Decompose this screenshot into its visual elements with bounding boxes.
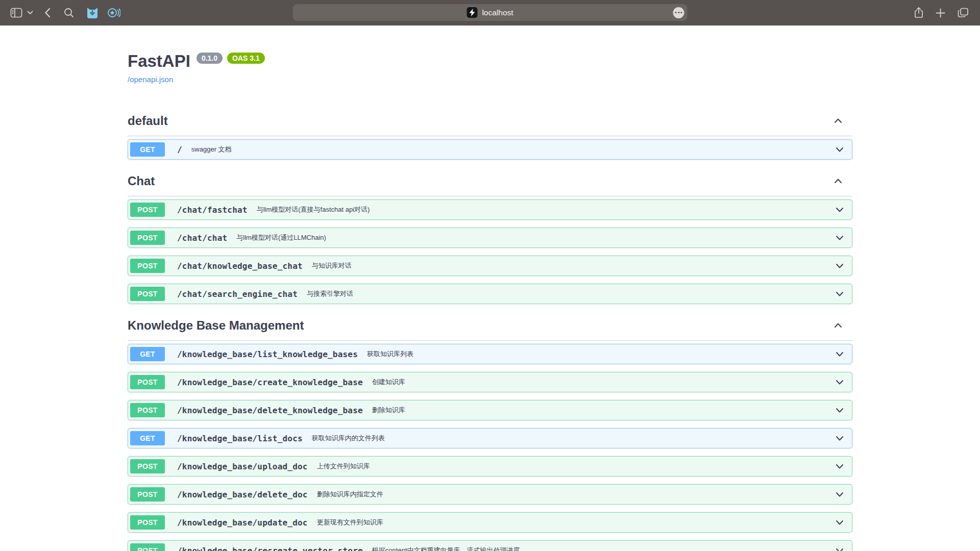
- endpoint-summary: 获取知识库列表: [367, 349, 413, 359]
- url-host: localhost: [482, 8, 513, 17]
- endpoint-path: /knowledge_base/upload_doc: [177, 462, 308, 471]
- method-badge: POST: [130, 459, 165, 473]
- search-icon[interactable]: [64, 8, 74, 18]
- section-header[interactable]: Knowledge Base Management: [128, 318, 852, 341]
- endpoint-summary: 与llm模型对话(通过LLMChain): [236, 233, 326, 242]
- method-badge: POST: [130, 487, 165, 502]
- method-badge: GET: [130, 347, 165, 361]
- expand-endpoint-icon[interactable]: [835, 545, 845, 551]
- endpoint-path: /knowledge_base/delete_doc: [177, 490, 308, 499]
- section-header[interactable]: Chat: [128, 174, 852, 196]
- openapi-spec-link[interactable]: /openapi.json: [128, 75, 173, 84]
- endpoint-row[interactable]: POST/knowledge_base/delete_doc删除知识库内指定文件: [128, 484, 852, 505]
- endpoint-path: /knowledge_base/list_knowledge_bases: [177, 349, 358, 359]
- endpoint-summary: 与知识库对话: [312, 261, 352, 270]
- version-badge: 0.1.0: [197, 53, 223, 64]
- endpoint-row[interactable]: GET/knowledge_base/list_docs获取知识库内的文件列表: [128, 428, 852, 448]
- section-header[interactable]: default: [128, 114, 852, 136]
- endpoint-summary: 与搜索引擎对话: [307, 289, 353, 298]
- method-badge: GET: [130, 142, 165, 157]
- expand-endpoint-icon[interactable]: [835, 489, 845, 499]
- method-badge: POST: [130, 259, 165, 273]
- endpoint-row[interactable]: GET/swagger 文档: [128, 139, 852, 160]
- method-badge: POST: [130, 515, 165, 530]
- method-badge: POST: [130, 287, 165, 301]
- endpoint-path: /chat/fastchat: [177, 205, 248, 215]
- expand-endpoint-icon[interactable]: [835, 377, 845, 387]
- endpoint-row[interactable]: POST/knowledge_base/create_knowledge_bas…: [128, 372, 852, 392]
- expand-endpoint-icon[interactable]: [835, 233, 845, 243]
- section-title: Knowledge Base Management: [128, 318, 304, 333]
- new-tab-icon[interactable]: [936, 8, 945, 18]
- endpoint-row[interactable]: GET/knowledge_base/list_knowledge_bases获…: [128, 344, 852, 364]
- section-title: default: [128, 114, 168, 128]
- sidebar-toggle-icon[interactable]: [10, 8, 22, 18]
- swagger-page: FastAPI 0.1.0 OAS 3.1 /openapi.json defa…: [0, 26, 980, 551]
- endpoint-path: /chat/search_engine_chat: [177, 289, 298, 299]
- endpoint-summary: swagger 文档: [191, 145, 232, 154]
- page-title: FastAPI: [128, 51, 190, 71]
- fastapi-favicon: [467, 7, 477, 18]
- endpoint-path: /chat/knowledge_base_chat: [177, 261, 303, 271]
- endpoint-path: /knowledge_base/create_knowledge_base: [177, 378, 363, 387]
- page-settings-button[interactable]: [673, 7, 684, 18]
- endpoint-summary: 获取知识库内的文件列表: [312, 434, 385, 443]
- endpoint-row[interactable]: POST/knowledge_base/recreate_vector_stor…: [128, 540, 852, 551]
- method-badge: POST: [130, 203, 165, 217]
- endpoint-row[interactable]: POST/chat/search_engine_chat与搜索引擎对话: [128, 284, 852, 304]
- expand-endpoint-icon[interactable]: [835, 261, 845, 271]
- method-badge: POST: [130, 375, 165, 389]
- method-badge: POST: [130, 231, 165, 245]
- api-info: FastAPI 0.1.0 OAS 3.1 /openapi.json: [128, 26, 852, 84]
- expand-endpoint-icon[interactable]: [835, 205, 845, 215]
- back-icon[interactable]: [44, 8, 51, 18]
- api-section: defaultGET/swagger 文档: [128, 114, 852, 160]
- collapse-section-icon[interactable]: [833, 176, 843, 186]
- oas-badge: OAS 3.1: [227, 53, 265, 64]
- api-sections: defaultGET/swagger 文档ChatPOST/chat/fastc…: [128, 114, 852, 551]
- expand-endpoint-icon[interactable]: [835, 433, 845, 443]
- endpoint-row[interactable]: POST/chat/chat与llm模型对话(通过LLMChain): [128, 228, 852, 248]
- endpoint-row[interactable]: POST/knowledge_base/delete_knowledge_bas…: [128, 400, 852, 420]
- expand-endpoint-icon[interactable]: [835, 349, 845, 359]
- endpoint-path: /: [177, 145, 182, 155]
- section-title: Chat: [128, 174, 155, 188]
- expand-endpoint-icon[interactable]: [835, 461, 845, 471]
- endpoint-row[interactable]: POST/knowledge_base/update_doc更新现有文件到知识库: [128, 512, 852, 533]
- collapse-section-icon[interactable]: [833, 320, 843, 331]
- method-badge: POST: [130, 403, 165, 417]
- api-section: ChatPOST/chat/fastchat与llm模型对话(直接与fastch…: [128, 174, 852, 304]
- expand-endpoint-icon[interactable]: [835, 405, 845, 415]
- endpoint-path: /knowledge_base/list_docs: [177, 434, 303, 443]
- endpoint-summary: 更新现有文件到知识库: [317, 518, 383, 527]
- endpoint-row[interactable]: POST/chat/knowledge_base_chat与知识库对话: [128, 256, 852, 276]
- adblock-extension-icon[interactable]: [86, 6, 99, 19]
- method-badge: POST: [130, 543, 165, 551]
- endpoint-summary: 删除知识库内指定文件: [317, 490, 383, 499]
- endpoint-summary: 创建知识库: [372, 378, 405, 387]
- api-section: Knowledge Base ManagementGET/knowledge_b…: [128, 318, 852, 551]
- share-icon[interactable]: [914, 7, 923, 18]
- browser-toolbar: localhost: [0, 0, 980, 26]
- endpoint-path: /knowledge_base/update_doc: [177, 518, 308, 528]
- method-badge: GET: [130, 431, 165, 445]
- expand-endpoint-icon[interactable]: [835, 289, 845, 299]
- endpoint-summary: 根据content中文档重建向量库，流式输出处理进度。: [372, 546, 527, 551]
- chevron-down-icon[interactable]: [27, 11, 33, 15]
- hush-extension-icon[interactable]: [107, 7, 120, 19]
- tab-overview-icon[interactable]: [958, 8, 969, 18]
- collapse-section-icon[interactable]: [833, 116, 843, 126]
- endpoint-summary: 上传文件到知识库: [317, 462, 370, 471]
- endpoint-summary: 删除知识库: [372, 406, 405, 415]
- address-bar[interactable]: localhost: [293, 4, 688, 21]
- endpoint-row[interactable]: POST/knowledge_base/upload_doc上传文件到知识库: [128, 456, 852, 477]
- expand-endpoint-icon[interactable]: [835, 517, 845, 528]
- expand-endpoint-icon[interactable]: [835, 144, 845, 155]
- endpoint-path: /knowledge_base/delete_knowledge_base: [177, 406, 363, 415]
- endpoint-row[interactable]: POST/chat/fastchat与llm模型对话(直接与fastchat a…: [128, 199, 852, 220]
- endpoint-path: /knowledge_base/recreate_vector_store: [177, 546, 363, 551]
- endpoint-summary: 与llm模型对话(直接与fastchat api对话): [257, 205, 370, 214]
- endpoint-path: /chat/chat: [177, 233, 227, 243]
